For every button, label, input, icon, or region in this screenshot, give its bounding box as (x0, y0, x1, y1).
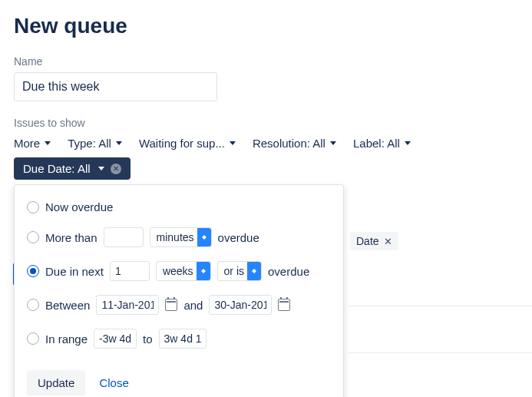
close-link[interactable]: Close (99, 376, 128, 389)
chevron-down-icon (45, 141, 51, 145)
due-in-next-unit-label: weeks (163, 265, 193, 277)
close-icon[interactable]: ✕ (384, 236, 392, 247)
filter-resolution[interactable]: Resolution: All (253, 137, 336, 150)
range-to-input[interactable] (159, 329, 207, 349)
background-rows (349, 306, 532, 352)
filter-waiting[interactable]: Waiting for sup... (139, 137, 236, 150)
more-than-unit-label: minutes (157, 231, 194, 243)
due-in-next-unit-select[interactable]: weeks (156, 261, 211, 281)
option-now-overdue-label: Now overdue (45, 200, 113, 213)
chevron-down-icon (98, 167, 104, 170)
due-date-pill-label: Due Date: All (23, 162, 91, 175)
due-in-next-value-input[interactable] (110, 261, 150, 281)
option-between[interactable]: Between and (27, 295, 331, 315)
option-in-range-label: In range (45, 332, 88, 346)
calendar-icon[interactable] (278, 299, 290, 311)
range-from-input[interactable] (94, 329, 137, 349)
option-due-in-next[interactable]: Due in next weeks or is overdue (27, 261, 331, 281)
overdue-suffix: overdue (268, 265, 309, 278)
and-label: and (183, 299, 203, 312)
filter-row: More Type: All Waiting for sup... Resolu… (14, 137, 518, 150)
due-date-dropdown: Now overdue More than minutes overdue Du… (14, 184, 344, 397)
name-label: Name (14, 55, 518, 68)
filter-label[interactable]: Label: All (353, 137, 411, 150)
filter-type-label: Type: All (68, 137, 111, 150)
to-label: to (143, 332, 153, 346)
option-due-in-next-label: Due in next (45, 265, 104, 278)
date-column-chip-label: Date (356, 235, 379, 247)
active-filter-row: Due Date: All ✕ (14, 157, 518, 180)
filter-resolution-label: Resolution: All (253, 137, 325, 150)
option-between-label: Between (45, 299, 90, 312)
overdue-suffix: overdue (218, 231, 259, 244)
update-button[interactable]: Update (27, 370, 85, 395)
between-from-input[interactable] (96, 295, 159, 315)
option-in-range[interactable]: In range to (27, 329, 331, 349)
radio-icon[interactable] (27, 201, 39, 213)
page-title: New queue (14, 14, 518, 38)
queue-name-input[interactable] (14, 72, 217, 101)
filter-more[interactable]: More (14, 137, 51, 150)
filter-more-label: More (14, 137, 40, 150)
option-more-than[interactable]: More than minutes overdue (27, 227, 331, 247)
stepper-icon (197, 228, 211, 246)
between-to-input[interactable] (209, 295, 272, 315)
option-more-than-label: More than (45, 231, 97, 244)
more-than-unit-select[interactable]: minutes (150, 227, 212, 247)
chevron-down-icon (330, 141, 336, 145)
option-now-overdue[interactable]: Now overdue (27, 200, 331, 213)
radio-icon[interactable] (27, 231, 39, 243)
close-icon[interactable]: ✕ (111, 164, 121, 174)
filter-type[interactable]: Type: All (68, 137, 122, 150)
dropdown-footer: Update Close (27, 370, 331, 395)
chevron-down-icon (116, 141, 122, 145)
radio-icon[interactable] (27, 332, 39, 345)
date-column-chip[interactable]: Date ✕ (350, 232, 398, 250)
chevron-down-icon (230, 141, 236, 145)
issues-to-show-label: Issues to show (14, 117, 518, 129)
due-date-pill[interactable]: Due Date: All ✕ (14, 157, 131, 180)
calendar-icon[interactable] (165, 299, 177, 311)
radio-icon[interactable] (27, 265, 39, 277)
chevron-down-icon (405, 141, 411, 145)
stepper-icon (247, 262, 261, 280)
stepper-icon (197, 262, 210, 280)
radio-icon[interactable] (27, 299, 39, 311)
more-than-value-input[interactable] (104, 227, 144, 247)
filter-label-label: Label: All (353, 137, 400, 150)
filter-waiting-label: Waiting for sup... (139, 137, 225, 150)
or-is-label: or is (224, 265, 244, 277)
or-is-select[interactable]: or is (217, 261, 262, 281)
